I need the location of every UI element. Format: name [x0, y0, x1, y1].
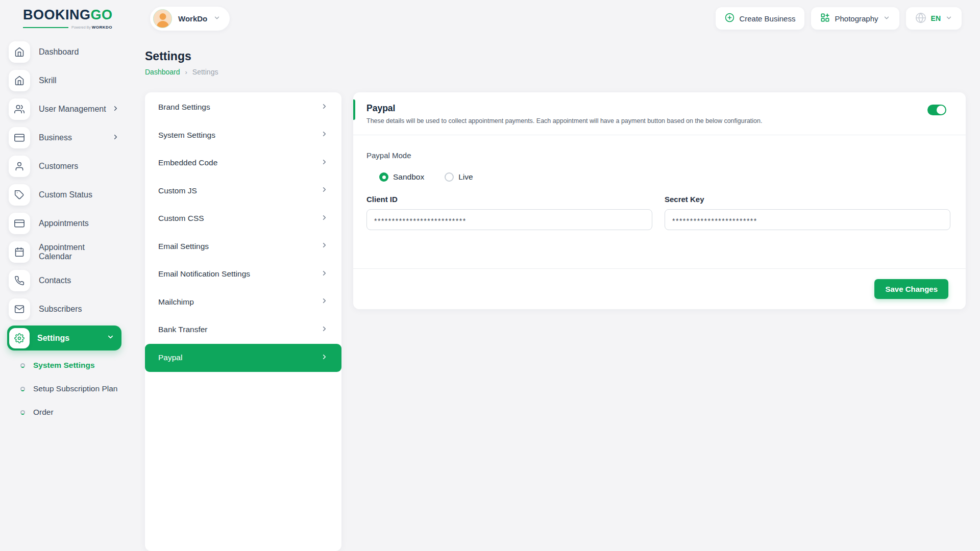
settings-menu-item-label: Mailchimp — [158, 297, 194, 307]
credential-fields: Client ID Secret Key — [366, 195, 950, 230]
sidebar-item-dashboard[interactable]: Dashboard — [0, 38, 134, 66]
bullet-icon — [20, 387, 25, 391]
logo-text: BOOKINGGO — [23, 8, 112, 22]
chevron-right-icon — [321, 325, 328, 335]
client-id-input[interactable] — [366, 209, 652, 230]
paypal-description: These details will be used to collect ap… — [366, 117, 946, 124]
sidebar-item-custom-status[interactable]: Custom Status — [0, 181, 134, 209]
breadcrumb-dashboard-link[interactable]: Dashboard — [145, 68, 180, 76]
settings-menu-item-label: System Settings — [158, 131, 215, 140]
tag-icon — [9, 184, 30, 206]
sidebar-item-skrill[interactable]: Skrill — [0, 66, 134, 95]
sidebar-item-label: Dashboard — [39, 47, 79, 57]
chevron-right-icon — [321, 353, 328, 363]
sidebar-subitem-order[interactable]: Order — [0, 400, 134, 424]
sidebar-item-label: Business — [39, 133, 72, 142]
settings-menu-item-label: Embedded Code — [158, 158, 217, 167]
sidebar-subitem-label: Order — [33, 408, 54, 417]
toggle-knob — [937, 106, 945, 114]
sidebar-item-contacts[interactable]: Contacts — [0, 266, 134, 295]
radio-checked-icon[interactable] — [379, 172, 388, 182]
settings-menu-item-bank-transfer[interactable]: Bank Transfer — [145, 316, 341, 344]
chevron-right-icon — [321, 269, 328, 279]
topbar-actions: Create Business Photography EN — [716, 7, 962, 30]
sidebar-subitem-setup-subscription-plan[interactable]: Setup Subscription Plan — [0, 377, 134, 400]
sidebar: DashboardSkrillUser ManagementBusinessCu… — [0, 38, 134, 424]
business-selector[interactable]: Photography — [811, 7, 899, 30]
sidebar-item-label: Appointments — [39, 219, 89, 228]
settings-menu-item-label: Bank Transfer — [158, 325, 208, 334]
paypal-panel-body: Paypal Mode SandboxLive Client ID Secret… — [353, 135, 966, 230]
workspace-avatar — [153, 9, 172, 28]
create-business-button[interactable]: Create Business — [716, 7, 804, 30]
business-name: Photography — [835, 14, 878, 23]
settings-menu-item-paypal[interactable]: Paypal — [145, 344, 341, 372]
paypal-panel: Paypal These details will be used to col… — [353, 92, 966, 309]
settings-menu-item-system-settings[interactable]: System Settings — [145, 121, 341, 149]
settings-menu-item-custom-js[interactable]: Custom JS — [145, 177, 341, 205]
credit-card-icon — [9, 127, 30, 148]
calendar-icon — [9, 241, 30, 263]
phone-icon — [9, 270, 30, 291]
sidebar-item-label: Custom Status — [39, 190, 92, 199]
sidebar-item-label: User Management — [39, 105, 106, 114]
secret-key-input[interactable] — [665, 209, 950, 230]
bullet-icon — [20, 410, 25, 415]
sidebar-item-business[interactable]: Business — [0, 123, 134, 152]
chevron-right-icon — [321, 214, 328, 223]
logo-rule — [23, 27, 68, 28]
breadcrumb: Dashboard › Settings — [145, 68, 218, 76]
chevron-down-icon — [107, 333, 114, 343]
sidebar-item-subscribers[interactable]: Subscribers — [0, 295, 134, 323]
paypal-mode-option-label: Live — [458, 172, 473, 182]
sidebar-item-appointment-calendar[interactable]: Appointment Calendar — [0, 238, 134, 266]
workdo-brand: WORKDO — [92, 25, 112, 30]
paypal-mode-label: Paypal Mode — [366, 151, 950, 160]
sidebar-item-label: Skrill — [39, 76, 57, 85]
sidebar-subitem-label: Setup Subscription Plan — [33, 384, 117, 393]
sidebar-item-customers[interactable]: Customers — [0, 152, 134, 181]
workspace-name: WorkDo — [178, 14, 207, 23]
language-selector[interactable]: EN — [906, 7, 962, 30]
logo-tagline: Powered By WORKDO — [23, 25, 112, 30]
mail-icon — [9, 298, 30, 320]
chevron-right-icon — [321, 130, 328, 140]
paypal-mode-option-label: Sandbox — [393, 172, 424, 182]
settings-menu-item-label: Custom CSS — [158, 214, 204, 223]
page-title: Settings — [145, 49, 191, 63]
sidebar-subitem-system-settings[interactable]: System Settings — [0, 354, 134, 377]
chevron-right-icon — [321, 241, 328, 251]
paypal-mode-option-sandbox[interactable]: Sandbox — [379, 172, 424, 182]
save-changes-button[interactable]: Save Changes — [874, 279, 948, 299]
settings-menu-item-embedded-code[interactable]: Embedded Code — [145, 149, 341, 177]
create-business-label: Create Business — [739, 14, 795, 23]
settings-menu-item-label: Brand Settings — [158, 103, 210, 112]
sidebar-item-settings[interactable]: Settings — [7, 325, 121, 350]
sidebar-item-user-management[interactable]: User Management — [0, 95, 134, 123]
breadcrumb-separator: › — [185, 68, 187, 76]
sidebar-subitem-label: System Settings — [33, 361, 95, 370]
globe-icon — [915, 12, 926, 25]
settings-menu-item-label: Custom JS — [158, 186, 197, 195]
workspace-selector[interactable]: WorkDo — [150, 7, 230, 31]
app-root: BOOKINGGO Powered By WORKDO WorkDo Creat… — [0, 0, 980, 551]
settings-menu-item-brand-settings[interactable]: Brand Settings — [145, 93, 341, 121]
plus-circle-icon — [725, 13, 734, 24]
sidebar-item-label: Customers — [39, 162, 78, 171]
settings-menu-item-label: Paypal — [158, 353, 182, 362]
paypal-enable-toggle[interactable] — [927, 105, 946, 115]
secret-key-field-group: Secret Key — [665, 195, 950, 230]
sidebar-item-appointments[interactable]: Appointments — [0, 209, 134, 238]
settings-menu-item-mailchimp[interactable]: Mailchimp — [145, 288, 341, 316]
user-icon — [9, 156, 30, 177]
chevron-down-icon — [945, 14, 952, 23]
radio-unchecked-icon[interactable] — [445, 172, 454, 182]
settings-menu-item-email-notification-settings[interactable]: Email Notification Settings — [145, 260, 341, 288]
chevron-right-icon — [321, 297, 328, 307]
client-id-field-group: Client ID — [366, 195, 652, 230]
users-icon — [9, 98, 30, 120]
paypal-mode-option-live[interactable]: Live — [445, 172, 473, 182]
settings-menu-item-email-settings[interactable]: Email Settings — [145, 233, 341, 261]
settings-menu-item-custom-css[interactable]: Custom CSS — [145, 205, 341, 233]
bookinggo-logo: BOOKINGGO Powered By WORKDO — [23, 8, 112, 30]
